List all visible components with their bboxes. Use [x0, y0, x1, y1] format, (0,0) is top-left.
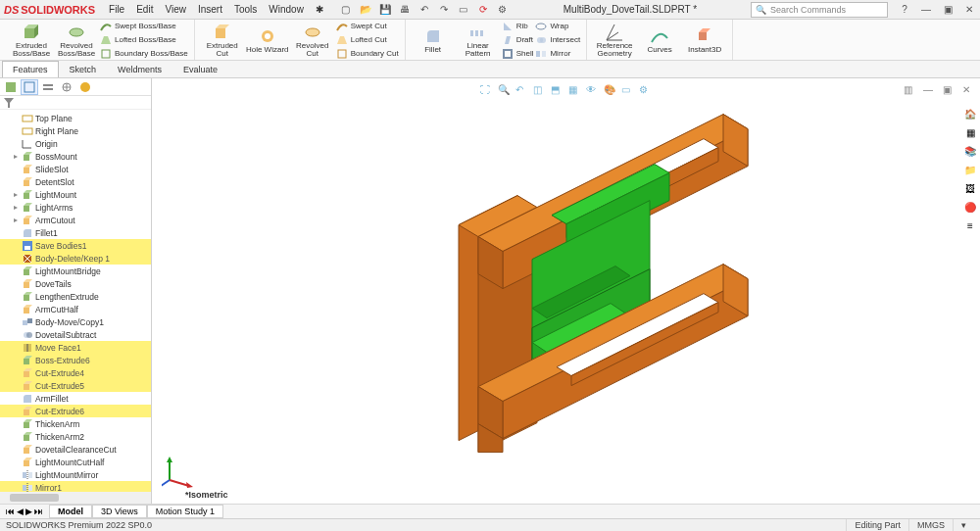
taskpane-custom-props-icon[interactable]: ≡ — [962, 217, 978, 233]
tree-node-cut-extrude6[interactable]: Cut-Extrude6 — [0, 405, 151, 417]
fillet-button[interactable]: Fillet — [412, 20, 455, 60]
tree-expand-icon[interactable]: ▸ — [14, 203, 22, 212]
tree-node-armcutout[interactable]: ▸ArmCutout — [0, 214, 151, 226]
tree-node-body-move-copy1[interactable]: Body-Move/Copy1 — [0, 315, 151, 328]
tree-node-detentslot[interactable]: DetentSlot — [0, 175, 151, 188]
tree-node-lightmount[interactable]: ▸LightMount — [0, 188, 151, 201]
tree-node-armcuthalf[interactable]: ArmCutHalf — [0, 303, 151, 315]
intersect-button[interactable]: Intersect — [535, 33, 580, 46]
zoom-fit-icon[interactable]: ⛶ — [480, 84, 494, 98]
gfx-restore-icon[interactable]: ▣ — [943, 84, 956, 98]
redo-icon[interactable]: ↷ — [437, 3, 451, 17]
graphics-area[interactable]: ⛶ 🔍 ↶ ◫ ⬒ ▦ 👁 🎨 ▭ ⚙ ▥ — ▣ ✕ 🏠 ▦ 📚 📁 🖼 🔴 … — [152, 78, 980, 504]
orientation-triad[interactable] — [162, 455, 195, 488]
tree-node-lightmountcuthalf[interactable]: LightMountCutHalf — [0, 456, 151, 468]
tab-weldments[interactable]: Weldments — [107, 61, 172, 77]
tree-tab-propertymanager[interactable] — [21, 79, 38, 95]
tab-features[interactable]: Features — [2, 61, 59, 77]
taskpane-resources-icon[interactable]: ▦ — [962, 124, 978, 140]
tree-filter-row[interactable] — [0, 96, 151, 110]
extruded-cut-button[interactable]: Extruded Cut — [201, 20, 244, 60]
tree-node-fillet1[interactable]: Fillet1 — [0, 226, 151, 239]
tree-node-dovetails[interactable]: DoveTails — [0, 277, 151, 290]
close-icon[interactable]: ✕ — [962, 3, 976, 17]
tree-node-move-face1[interactable]: Move Face1 — [0, 341, 151, 354]
display-style-icon[interactable]: ▦ — [568, 84, 582, 98]
lofted-cut-button[interactable]: Lofted Cut — [336, 33, 399, 46]
view-tab-model[interactable]: Model — [49, 505, 92, 518]
tree-node-origin[interactable]: Origin — [0, 137, 151, 150]
zoom-area-icon[interactable]: 🔍 — [498, 84, 512, 98]
restore-icon[interactable]: ▣ — [941, 3, 955, 17]
previous-view-icon[interactable]: ↶ — [515, 84, 529, 98]
instant3d-button[interactable]: Instant3D — [683, 20, 726, 60]
tree-node-lightmountbridge[interactable]: LightMountBridge — [0, 265, 151, 277]
taskpane-view-palette-icon[interactable]: 🖼 — [962, 180, 978, 196]
options-icon[interactable]: ⚙ — [496, 3, 510, 17]
reference-geometry-button[interactable]: Reference Geometry — [593, 20, 636, 60]
tree-horizontal-scrollbar[interactable] — [0, 492, 151, 504]
tree-tab-display[interactable] — [76, 79, 94, 95]
save-icon[interactable]: 💾 — [378, 3, 392, 17]
open-icon[interactable]: 📂 — [359, 3, 372, 17]
feature-tree[interactable]: Top PlaneRight PlaneOrigin▸BossMountSlid… — [0, 110, 151, 492]
tab-nav-prev-icon[interactable]: ◀ — [17, 507, 24, 516]
tree-node-lightmountmirror[interactable]: LightMountMirror — [0, 468, 151, 481]
menu-insert[interactable]: Insert — [192, 4, 228, 15]
wrap-button[interactable]: Wrap — [535, 20, 580, 32]
taskpane-appearances-icon[interactable]: 🔴 — [962, 199, 978, 215]
tree-node-dovetailclearancecut[interactable]: DovetailClearanceCut — [0, 443, 151, 456]
tree-tab-dimxpert[interactable] — [58, 79, 75, 95]
edit-appearance-icon[interactable]: 🎨 — [604, 84, 617, 98]
help-icon[interactable]: ? — [898, 3, 911, 17]
linear-pattern-button[interactable]: Linear Pattern — [457, 20, 500, 60]
boundary-cut-button[interactable]: Boundary Cut — [336, 47, 399, 60]
menu-window[interactable]: Window — [263, 4, 310, 15]
extruded-boss-button[interactable]: Extruded Boss/Base — [10, 20, 53, 60]
curves-button[interactable]: Curves — [638, 20, 681, 60]
tree-node-cut-extrude5[interactable]: Cut-Extrude5 — [0, 379, 151, 392]
rebuild-icon[interactable]: ⟳ — [476, 3, 490, 17]
taskpane-design-library-icon[interactable]: 📚 — [962, 143, 978, 159]
tree-node-lengthenextrude[interactable]: LengthenExtrude — [0, 290, 151, 303]
hole-wizard-button[interactable]: Hole Wizard — [246, 20, 289, 60]
status-custom-icon[interactable]: ▾ — [953, 519, 974, 531]
apply-scene-icon[interactable]: ▭ — [621, 84, 635, 98]
menu-edit[interactable]: Edit — [130, 4, 159, 15]
print-icon[interactable]: 🖶 — [398, 3, 412, 17]
tree-node-thickenarm2[interactable]: ThickenArm2 — [0, 430, 151, 443]
lofted-boss-button[interactable]: Lofted Boss/Base — [100, 33, 188, 46]
status-units[interactable]: MMGS — [908, 519, 953, 531]
view-settings-icon[interactable]: ⚙ — [639, 84, 653, 98]
menu-more-icon[interactable]: ✱ — [310, 4, 329, 15]
rib-button[interactable]: Rib — [502, 20, 534, 32]
gfx-minimize-icon[interactable]: — — [923, 84, 937, 98]
swept-boss-button[interactable]: Swept Boss/Base — [100, 20, 188, 32]
draft-button[interactable]: Draft — [502, 33, 534, 46]
search-commands-input[interactable]: 🔍 Search Commands — [751, 2, 888, 18]
tree-expand-icon[interactable]: ▸ — [14, 216, 22, 224]
tab-nav-next-icon[interactable]: ▶ — [25, 507, 32, 516]
tree-node-armfillet[interactable]: ArmFillet — [0, 392, 151, 405]
tab-evaluate[interactable]: Evaluate — [172, 61, 228, 77]
hide-show-icon[interactable]: 👁 — [586, 84, 600, 98]
tree-node-top-plane[interactable]: Top Plane — [0, 112, 151, 124]
view-tab-motion-study[interactable]: Motion Study 1 — [147, 505, 223, 518]
tab-nav-last-icon[interactable]: ⏭ — [34, 507, 43, 516]
tree-node-mirror1[interactable]: Mirror1 — [0, 481, 151, 492]
tree-tab-configmanager[interactable] — [39, 79, 57, 95]
tree-expand-icon[interactable]: ▸ — [14, 190, 22, 199]
new-icon[interactable]: ▢ — [339, 3, 353, 17]
tree-node-slideslot[interactable]: SlideSlot — [0, 163, 151, 175]
minimize-icon[interactable]: — — [919, 3, 933, 17]
tree-node-lightarms[interactable]: ▸LightArms — [0, 201, 151, 214]
menu-file[interactable]: File — [103, 4, 130, 15]
tree-node-save-bodies1[interactable]: Save Bodies1 — [0, 239, 151, 252]
shell-button[interactable]: Shell — [502, 47, 534, 60]
tree-node-bossmount[interactable]: ▸BossMount — [0, 150, 151, 163]
tab-sketch[interactable]: Sketch — [59, 61, 108, 77]
swept-cut-button[interactable]: Swept Cut — [336, 20, 399, 32]
tree-node-thickenarm[interactable]: ThickenArm — [0, 417, 151, 430]
tree-node-body-delete-keep-1[interactable]: Body-Delete/Keep 1 — [0, 252, 151, 265]
section-view-icon[interactable]: ◫ — [533, 84, 547, 98]
